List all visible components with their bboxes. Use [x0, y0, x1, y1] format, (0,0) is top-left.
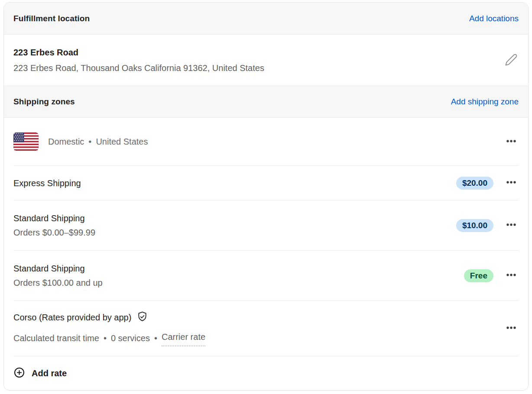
rate-actions: Free	[464, 268, 519, 284]
add-rate-label: Add rate	[32, 368, 67, 378]
zone-region: United States	[96, 137, 148, 147]
location-info: 223 Erbes Road 223 Erbes Road, Thousand …	[13, 45, 264, 76]
add-shipping-zone-link[interactable]: Add shipping zone	[451, 97, 519, 107]
rate-menu-button[interactable]	[504, 175, 519, 191]
shipping-settings-card: Fulfillment location Add locations 223 E…	[3, 2, 529, 391]
shield-check-icon	[136, 311, 148, 324]
fulfillment-location-header: Fulfillment location Add locations	[4, 3, 528, 35]
us-flag-icon	[13, 132, 39, 151]
rate-row-standard-1: Standard Shipping Orders $0.00–$99.99 $1…	[4, 200, 528, 250]
app-rate-details: Calculated transit time • 0 services • C…	[13, 329, 205, 346]
services-count-text: 0 services	[111, 331, 150, 346]
rate-info: Corso (Rates provided by app) Calculated…	[13, 310, 205, 346]
free-badge: Free	[464, 269, 493, 282]
horizontal-dots-icon	[505, 321, 518, 336]
rate-info: Standard Shipping Orders $0.00–$99.99	[13, 211, 95, 240]
horizontal-dots-icon	[505, 268, 518, 283]
carrier-rate-term[interactable]: Carrier rate	[162, 329, 205, 346]
rate-info: Express Shipping	[13, 176, 81, 190]
edit-location-button[interactable]	[504, 52, 519, 68]
rate-menu-button[interactable]	[504, 217, 519, 233]
shipping-zones-header: Shipping zones Add shipping zone	[4, 86, 528, 118]
price-badge: $10.00	[456, 219, 493, 232]
horizontal-dots-icon	[505, 135, 518, 149]
price-badge: $20.00	[456, 177, 493, 190]
plus-circle-icon	[13, 367, 25, 380]
add-rate-button[interactable]: Add rate	[4, 356, 528, 391]
zone-label: Domestic • United States	[48, 137, 148, 147]
rate-name: Express Shipping	[13, 176, 81, 190]
app-rate-title-line: Corso (Rates provided by app)	[13, 310, 205, 324]
rate-actions: $20.00	[456, 175, 519, 191]
horizontal-dots-icon	[505, 218, 518, 233]
location-address: 223 Erbes Road, Thousand Oaks California…	[13, 60, 264, 76]
rate-actions	[504, 320, 519, 336]
pencil-icon	[505, 53, 518, 68]
rate-row-corso-app: Corso (Rates provided by app) Calculated…	[4, 301, 528, 356]
rate-row-express: Express Shipping $20.00	[4, 166, 528, 200]
zone-name: Domestic	[48, 137, 84, 147]
rate-menu-button[interactable]	[504, 320, 519, 336]
rate-name: Standard Shipping	[13, 262, 103, 275]
rate-condition: Orders $100.00 and up	[13, 275, 103, 290]
bullet: •	[104, 331, 107, 346]
fulfillment-location-title: Fulfillment location	[13, 14, 90, 23]
rate-row-standard-2: Standard Shipping Orders $100.00 and up …	[4, 251, 528, 300]
rate-info: Standard Shipping Orders $100.00 and up	[13, 262, 103, 290]
transit-time-text: Calculated transit time	[13, 331, 99, 346]
rate-menu-button[interactable]	[504, 268, 519, 284]
location-name: 223 Erbes Road	[13, 45, 264, 60]
horizontal-dots-icon	[505, 176, 518, 190]
app-rate-name: Corso (Rates provided by app)	[13, 310, 131, 324]
zone-bullet: •	[88, 137, 91, 147]
add-locations-link[interactable]: Add locations	[469, 14, 519, 23]
location-row: 223 Erbes Road 223 Erbes Road, Thousand …	[4, 35, 528, 86]
zone-menu-button[interactable]	[504, 134, 519, 150]
rate-actions: $10.00	[456, 217, 519, 233]
bullet: •	[154, 331, 157, 346]
shipping-zones-title: Shipping zones	[13, 97, 75, 107]
rate-condition: Orders $0.00–$99.99	[13, 225, 95, 240]
zone-row-domestic: Domestic • United States	[4, 118, 528, 165]
rate-name: Standard Shipping	[13, 211, 95, 225]
